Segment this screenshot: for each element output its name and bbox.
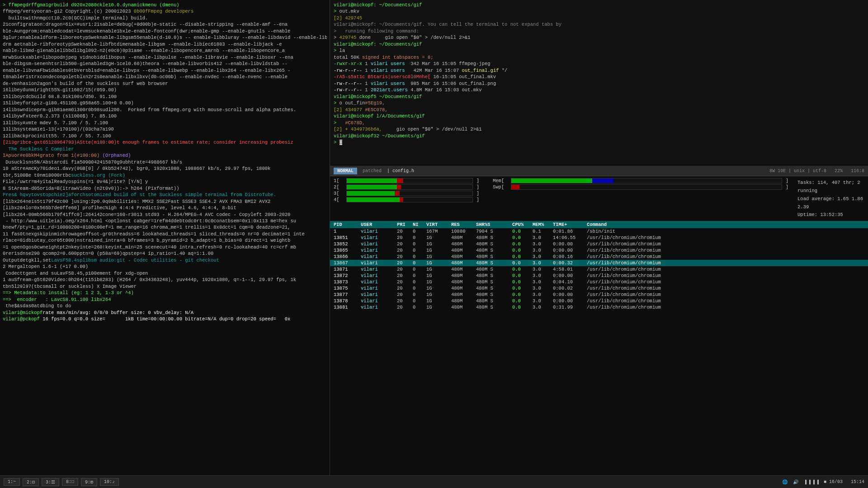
system-datetime: ■ 16/03 15:14 bbox=[824, 479, 864, 484]
table-row[interactable]: 13867vilari2001G480M480M S0.03.00:00.32/… bbox=[330, 260, 868, 266]
left-terminal: > ffmpegdrffgma1grbuild d920x2080ckle10.… bbox=[0, 0, 330, 475]
col-user: USER bbox=[361, 222, 397, 227]
top-right-panel: vilari@mickopf: ~/Documents/gif > out.mk… bbox=[330, 0, 868, 176]
htop-table-header: PID USER PRI NI VIRT RES SHR%S CPU% MEM%… bbox=[330, 221, 868, 228]
neovim-statusline: NORMAL patched | config.h 8W 19E | unix … bbox=[330, 166, 868, 176]
htop-mem-stats: Mem[ ] Swp[ bbox=[493, 178, 864, 219]
col-mem: MEM% bbox=[533, 222, 553, 227]
cpu1-bar bbox=[346, 178, 473, 183]
workspace-3[interactable]: 3:☰ bbox=[42, 478, 59, 486]
table-row[interactable]: 1vilari200167M108807904 S0.00.10:01.86/s… bbox=[330, 228, 868, 235]
table-row[interactable]: 13852vilari2001G480M480M S0.03.00:00.00/… bbox=[330, 241, 868, 247]
cpu2-bar bbox=[346, 184, 473, 190]
htop-cpu-mem-area: 1[ ] 2[ bbox=[330, 176, 868, 219]
htop-cpu-bars: 1[ ] 2[ bbox=[334, 178, 479, 219]
workspace-9[interactable]: 9:⊞ bbox=[81, 478, 97, 486]
workspace-2[interactable]: 2:⊡ bbox=[23, 478, 39, 486]
htop-panel: 1[ ] 2[ bbox=[330, 176, 868, 475]
vim-mode: NORMAL bbox=[334, 168, 357, 174]
htop-tasks: Tasks: 114, 407 thr; 2 running bbox=[797, 179, 864, 195]
col-virt: VIRT bbox=[426, 222, 451, 227]
left-panel: > ffmpegdrffgma1grbuild d920x2080ckle10.… bbox=[0, 0, 330, 475]
top-right-terminal: vilari@mickopf: ~/Documents/gif > out.mk… bbox=[330, 0, 868, 163]
col-shr: SHR%S bbox=[476, 222, 512, 227]
table-row[interactable]: 13877vilari2001G480M480M S0.03.00:00.00/… bbox=[330, 291, 868, 298]
cpu3-label: 3[ bbox=[334, 191, 346, 196]
swp-bar bbox=[511, 184, 782, 190]
table-row[interactable]: 13881vilari2001G480M480M S0.03.00:31.99/… bbox=[330, 304, 868, 310]
mem-val: ] bbox=[786, 178, 788, 183]
system-taskbar: 1:~ 2:⊡ 3:☰ 8:□ 9:⊞ 10:♪ 🌐 🔊 ▐▐▐▐ ■ 16/0… bbox=[0, 475, 868, 488]
swp-val: ] bbox=[786, 185, 788, 190]
col-time: TIME+ bbox=[553, 222, 587, 227]
htop-process-list: 1vilari200167M108807904 S0.00.10:01.86/s… bbox=[330, 228, 868, 475]
main-area: > ffmpegdrffgma1grbuild d920x2080ckle10.… bbox=[0, 0, 868, 475]
htop-load: Load average: 1.65 1.86 2.39 bbox=[797, 195, 864, 211]
screen: > ffmpegdrffgma1grbuild d920x2080ckle10.… bbox=[0, 0, 868, 488]
mem-bar bbox=[511, 178, 782, 183]
htop-stats: Tasks: 114, 407 thr; 2 running Load aver… bbox=[797, 178, 864, 219]
col-ni: NI bbox=[413, 222, 426, 227]
table-row[interactable]: 13878vilari2001G480M480M S0.03.00:00.00/… bbox=[330, 298, 868, 304]
cpu2-val: ] bbox=[476, 185, 479, 190]
table-row[interactable]: 13851vilari2001G480M480M S0.03.014:06.55… bbox=[330, 235, 868, 241]
taskbar-left: 1:~ 2:⊡ 3:☰ 8:□ 9:⊞ 10:♪ bbox=[4, 478, 780, 486]
workspace-1[interactable]: 1:~ bbox=[4, 478, 20, 486]
right-panel: vilari@mickopf: ~/Documents/gif > out.mk… bbox=[330, 0, 868, 475]
vim-fileinfo: 8W 19E | unix | utf-8 22% 116:8 bbox=[769, 169, 864, 174]
swp-label: Swp[ bbox=[493, 184, 511, 190]
workspace-8[interactable]: 8:□ bbox=[62, 478, 78, 486]
vim-filename: | config.h bbox=[387, 169, 414, 174]
cpu2-label: 2[ bbox=[334, 184, 346, 190]
col-pid: PID bbox=[334, 222, 361, 227]
col-pri: PRI bbox=[397, 222, 413, 227]
cpu4-bar bbox=[346, 197, 473, 202]
sys-tray-icons: 🌐 🔊 ▐▐▐▐ bbox=[782, 479, 820, 485]
htop-mem-bars: Mem[ ] Swp[ bbox=[493, 178, 788, 219]
cpu4-val: ] bbox=[476, 197, 479, 202]
col-cpu: CPU% bbox=[512, 222, 533, 227]
table-row[interactable]: 13872vilari2001G480M480M S0.03.00:00.00/… bbox=[330, 272, 868, 279]
cpu1-val: ] bbox=[476, 178, 479, 183]
cpu1-label: 1[ bbox=[334, 178, 346, 183]
table-row[interactable]: 13865vilari2001G480M480M S0.03.00:00.00/… bbox=[330, 247, 868, 253]
taskbar-right: 🌐 🔊 ▐▐▐▐ ■ 16/03 15:14 bbox=[782, 479, 864, 485]
cpu3-bar bbox=[346, 191, 473, 196]
git-branch: patched bbox=[363, 169, 382, 174]
cpu3-val: ] bbox=[476, 191, 479, 196]
col-cmd: Command bbox=[587, 222, 864, 227]
cpu4-label: 4[ bbox=[334, 197, 346, 202]
htop-uptime: Uptime: 13:52:35 bbox=[797, 211, 864, 219]
table-row[interactable]: 13866vilari2001G480M480M S0.03.00:00.16/… bbox=[330, 253, 868, 260]
mem-label: Mem[ bbox=[493, 178, 511, 183]
table-row[interactable]: 13875vilari2001G480M480M S0.03.00:00.02/… bbox=[330, 285, 868, 291]
col-res: RES bbox=[451, 222, 476, 227]
table-row[interactable]: 13871vilari2001G480M480M S0.03.04:58.01/… bbox=[330, 266, 868, 272]
workspace-10[interactable]: 10:♪ bbox=[100, 478, 119, 486]
table-row[interactable]: 13873vilari2001G480M480M S0.03.00:04.10/… bbox=[330, 279, 868, 285]
